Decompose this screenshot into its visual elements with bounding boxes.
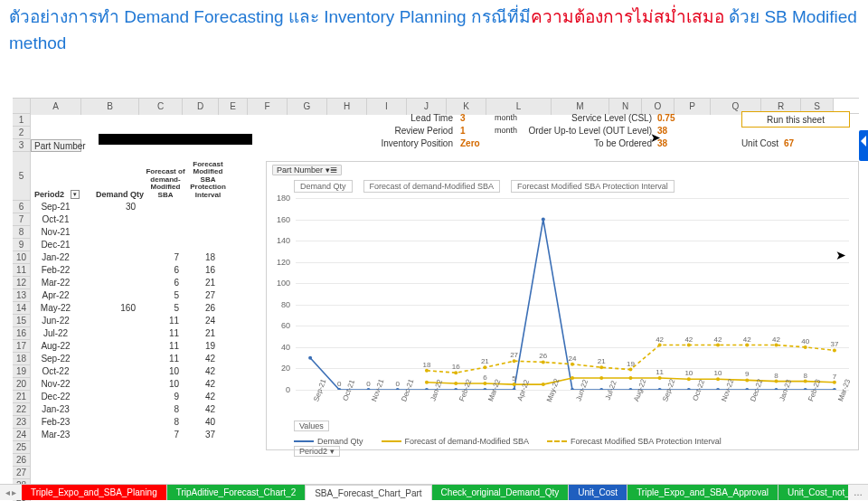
cell[interactable]: 18 xyxy=(183,251,219,264)
sheet-tab[interactable]: SBA_Forecast_Chart_Part xyxy=(306,485,431,500)
column-header[interactable]: A xyxy=(31,99,81,115)
chart-series-chip[interactable]: Forecast Modified SBA Protection Interva… xyxy=(511,180,675,193)
row-header[interactable]: 23 xyxy=(13,416,31,429)
cell[interactable]: 7 xyxy=(139,251,183,264)
cell[interactable]: 8 xyxy=(139,416,183,429)
cell[interactable] xyxy=(81,327,139,340)
row-header[interactable]: 10 xyxy=(13,251,31,264)
cell[interactable] xyxy=(139,226,183,239)
row-header[interactable]: 8 xyxy=(13,226,31,239)
cell[interactable]: Jan-23 xyxy=(31,403,81,416)
row-header[interactable]: 21 xyxy=(13,391,31,403)
row-header[interactable]: 18 xyxy=(13,353,31,365)
cell[interactable] xyxy=(139,201,183,213)
row-header[interactable]: 20 xyxy=(13,378,31,391)
cell[interactable]: Aug-22 xyxy=(31,340,81,353)
part-number-label[interactable]: Part Number xyxy=(31,139,81,152)
cell[interactable]: 11 xyxy=(139,327,183,340)
cell[interactable]: 10 xyxy=(139,378,183,391)
row-header[interactable]: 12 xyxy=(13,277,31,289)
cell[interactable]: 26 xyxy=(183,302,219,315)
chart-filter-part-number[interactable]: Part Number ▾𝌆 xyxy=(272,165,342,175)
cell[interactable]: 42 xyxy=(183,378,219,391)
row-header[interactable]: 6 xyxy=(13,201,31,213)
cell[interactable]: Jun-22 xyxy=(31,315,81,327)
row-header[interactable]: 19 xyxy=(13,365,31,378)
row-header[interactable]: 9 xyxy=(13,239,31,251)
cell[interactable]: 5 xyxy=(139,289,183,302)
column-header[interactable]: D xyxy=(183,99,219,115)
cell[interactable] xyxy=(81,213,139,226)
cell[interactable] xyxy=(81,226,139,239)
cell[interactable]: 37 xyxy=(183,429,219,441)
cell[interactable]: 40 xyxy=(183,416,219,429)
cell[interactable]: Feb-23 xyxy=(31,416,81,429)
cell[interactable]: Nov-22 xyxy=(31,378,81,391)
cell[interactable]: 27 xyxy=(183,289,219,302)
cell[interactable] xyxy=(81,264,139,277)
sheet-tab[interactable]: Check_original_Demand_Qty xyxy=(432,485,570,500)
column-header[interactable]: E xyxy=(219,99,248,115)
cell[interactable]: 19 xyxy=(183,340,219,353)
cell[interactable] xyxy=(81,378,139,391)
cell[interactable]: 30 xyxy=(81,201,139,213)
cell[interactable] xyxy=(81,251,139,264)
row-header[interactable]: 15 xyxy=(13,315,31,327)
cell[interactable] xyxy=(81,289,139,302)
row-header[interactable]: 27 xyxy=(13,467,31,479)
sheet-tab[interactable]: Unit_Cost xyxy=(569,485,627,500)
row-header[interactable]: 13 xyxy=(13,289,31,302)
cell[interactable] xyxy=(81,365,139,378)
cell[interactable]: 7 xyxy=(139,429,183,441)
column-header[interactable]: B xyxy=(81,99,139,115)
row-header[interactable]: 16 xyxy=(13,327,31,340)
row-header[interactable]: 17 xyxy=(13,340,31,353)
cell[interactable] xyxy=(139,213,183,226)
tab-nav-first-icon[interactable]: ◂ xyxy=(5,487,10,497)
cell[interactable] xyxy=(183,226,219,239)
cell[interactable]: Oct-22 xyxy=(31,365,81,378)
cell[interactable] xyxy=(81,429,139,441)
cell[interactable]: Nov-21 xyxy=(31,226,81,239)
cell[interactable]: 11 xyxy=(139,340,183,353)
cell[interactable]: 10 xyxy=(139,365,183,378)
tab-nav-prev-icon[interactable]: ▸ xyxy=(12,487,16,497)
cell[interactable]: Dec-21 xyxy=(31,239,81,251)
row-header[interactable]: 7 xyxy=(13,213,31,226)
chart-series-chip[interactable]: Forecast of demand-Modified SBA xyxy=(363,180,501,193)
cell[interactable]: 42 xyxy=(183,353,219,365)
cell[interactable]: 42 xyxy=(183,365,219,378)
chart-period-chip[interactable]: Period2 ▾ xyxy=(294,446,340,457)
cell[interactable]: May-22 xyxy=(31,302,81,315)
period-filter-icon[interactable]: ▾ xyxy=(71,190,80,199)
cell[interactable] xyxy=(81,277,139,289)
cell[interactable]: Feb-22 xyxy=(31,264,81,277)
cell[interactable] xyxy=(81,391,139,403)
row-header[interactable]: 14 xyxy=(13,302,31,315)
cell[interactable]: Jan-22 xyxy=(31,251,81,264)
row-header[interactable]: 25 xyxy=(13,441,31,454)
row-header[interactable]: 11 xyxy=(13,264,31,277)
cell[interactable]: Mar-22 xyxy=(31,277,81,289)
cell[interactable]: 6 xyxy=(139,264,183,277)
row-header[interactable]: 2 xyxy=(13,127,31,139)
cell[interactable]: Sep-21 xyxy=(31,201,81,213)
cell[interactable] xyxy=(183,213,219,226)
cell[interactable]: Oct-21 xyxy=(31,213,81,226)
row-header[interactable]: 22 xyxy=(13,403,31,416)
cell[interactable] xyxy=(81,353,139,365)
row-header[interactable]: 1 xyxy=(13,114,31,127)
cell[interactable]: 6 xyxy=(139,277,183,289)
cell[interactable]: 11 xyxy=(139,353,183,365)
cell[interactable]: 42 xyxy=(183,403,219,416)
side-panel-toggle[interactable] xyxy=(859,130,868,161)
cell[interactable]: 16 xyxy=(183,264,219,277)
cell[interactable]: 21 xyxy=(183,327,219,340)
sheet-tab[interactable]: TripAditive_Forecast_Chart_2 xyxy=(167,485,306,500)
cell[interactable]: Mar-23 xyxy=(31,429,81,441)
cell[interactable]: 21 xyxy=(183,277,219,289)
cell[interactable]: 24 xyxy=(183,315,219,327)
cell[interactable]: Jul-22 xyxy=(31,327,81,340)
cell[interactable]: 11 xyxy=(139,315,183,327)
sheet-tab[interactable]: Unit_Cost_not_Av xyxy=(778,485,848,500)
